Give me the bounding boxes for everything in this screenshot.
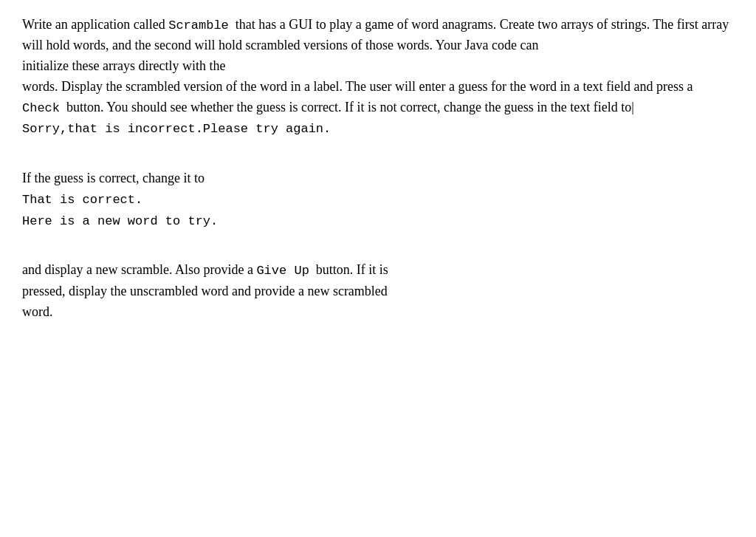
main-content: Write an application called Scramble tha… xyxy=(22,15,731,323)
section3-text: and display a new scramble. Also provide… xyxy=(22,262,388,318)
spacer-1 xyxy=(22,158,731,168)
correct-message-line2: Here is a new word to try. xyxy=(22,212,731,231)
section2-intro: If the guess is correct, change it to xyxy=(22,171,205,185)
cursor: | xyxy=(631,100,634,114)
giveup-code: Give Up xyxy=(256,264,309,278)
spacer-2 xyxy=(22,250,731,260)
section1-text: Write an application called Scramble tha… xyxy=(22,17,729,114)
section-2: If the guess is correct, change it to Th… xyxy=(22,168,731,231)
incorrect-message: Sorry,that is incorrect.Please try again… xyxy=(22,120,731,139)
section-3: and display a new scramble. Also provide… xyxy=(22,260,731,322)
check-code: Check xyxy=(22,101,60,115)
scramble-code: Scramble xyxy=(168,18,229,33)
section-1: Write an application called Scramble tha… xyxy=(22,15,731,140)
correct-message-line1: That is correct. xyxy=(22,191,731,210)
